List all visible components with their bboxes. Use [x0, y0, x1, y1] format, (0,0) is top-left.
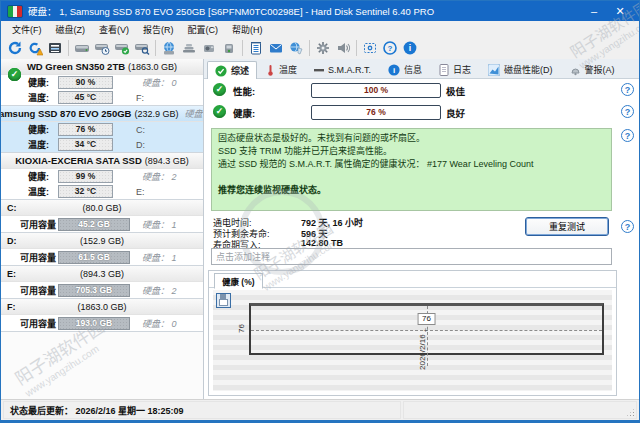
screenshot-icon[interactable] [360, 39, 380, 57]
drive-check-icon[interactable] [112, 39, 132, 57]
chart-xtick-date: 2026/2/16 [418, 334, 427, 370]
help-health-icon[interactable]: ? [621, 105, 634, 118]
check-icon [215, 65, 227, 77]
svg-text:i: i [409, 43, 411, 53]
disk-number: 硬盘： 1 [142, 218, 177, 231]
disk-number: 硬盘： 2 [142, 284, 177, 297]
help-icon[interactable]: ? [380, 39, 400, 57]
tab-information[interactable]: i信息 [380, 60, 430, 78]
health-bar: 90 % [58, 76, 113, 89]
email-icon[interactable] [266, 39, 286, 57]
disk-stack-icon[interactable] [179, 39, 199, 57]
disk-surface-icon[interactable] [45, 39, 65, 57]
menu-disk[interactable]: 磁盘(Z) [49, 23, 93, 36]
performance-ok-icon: ✓ [213, 83, 226, 96]
drive-icon[interactable] [72, 39, 92, 57]
partition-item-c[interactable]: C:(80.0 GB) 可用容量 45.2 GB 硬盘： 1 [1, 200, 203, 233]
app-window: 硬盘： 1, Samsung SSD 870 EVO 250GB [S6PFNM… [0, 0, 640, 423]
help-retest-icon[interactable]: ? [621, 220, 634, 233]
save-chart-icon[interactable] [216, 293, 231, 308]
temp-bar: 34 °C [58, 138, 113, 151]
help-performance-icon[interactable]: ? [621, 83, 634, 96]
performance-rating: 极佳 [446, 84, 465, 98]
stat-value: 142.80 TB [301, 238, 343, 248]
help-status-icon[interactable]: ? [621, 129, 634, 142]
retest-button[interactable]: 重复测试 [525, 217, 609, 236]
chart-tab-line [209, 287, 616, 288]
toolbar-separator [68, 40, 69, 56]
close-button[interactable]: ✕ [607, 5, 633, 18]
toolbar-separator [356, 40, 357, 56]
status-line [218, 171, 605, 184]
disk-number: 硬盘： 1 [142, 251, 177, 264]
detail-panel: 综述 温度 S.M.A.R.T. i信息 日志 磁盘性能(D) 警报(A) ✓ … [204, 59, 639, 399]
info-circle-icon: i [388, 64, 400, 76]
drive-letter: C: [136, 125, 145, 135]
usb-device-icon[interactable] [219, 39, 239, 57]
menu-report[interactable]: 报告(R) [136, 23, 181, 36]
menu-help[interactable]: 帮助(H) [225, 23, 270, 36]
disk-ok-icon: ✓ [8, 68, 21, 81]
tab-temperature[interactable]: 温度 [258, 60, 305, 78]
info-icon[interactable]: i [400, 39, 420, 57]
menu-file[interactable]: 文件(F) [5, 23, 49, 36]
report-icon[interactable] [246, 39, 266, 57]
comment-input[interactable]: 点击添加注释 [211, 248, 612, 265]
menu-view[interactable]: 查看(V) [92, 23, 136, 36]
toolbar-separator [242, 40, 243, 56]
tab-smart[interactable]: S.M.A.R.T. [306, 60, 379, 78]
partition-item-e[interactable]: E:(894.3 GB) 可用容量 705.3 GB 硬盘： 2 [1, 266, 203, 299]
disk-name: Samsung SSD 870 EVO 250GB [1, 108, 131, 119]
refresh-icon[interactable] [5, 39, 25, 57]
chart-icon [488, 64, 500, 76]
refresh-warning-icon[interactable] [25, 39, 45, 57]
chart-tab-health[interactable]: 健康 (%) [214, 273, 263, 289]
free-space-label: 可用容量 [20, 218, 56, 231]
disk-number: 硬盘： 0 [142, 76, 177, 89]
partition-size: (894.3 GB) [1, 269, 203, 279]
partition-item-f[interactable]: F:(1863.0 GB) 可用容量 193.0 GB 硬盘： 0 [1, 299, 203, 332]
performance-label: 性能: [233, 84, 255, 98]
drive-letter: F: [136, 93, 144, 103]
tab-log[interactable]: 日志 [431, 60, 479, 78]
network-status-icon[interactable] [286, 39, 306, 57]
settings-icon[interactable] [313, 39, 333, 57]
status-last-update: 状态最后更新： 2026/2/16 星期一 18:25:09 [3, 401, 401, 419]
status-line-recommend: 推荐您连续监视硬盘状态。 [218, 184, 605, 197]
health-row: ✓ 健康: 76 % 良好 ? [204, 105, 639, 121]
health-rating: 良好 [446, 106, 465, 120]
disk-size: (894.3 GB) [145, 156, 189, 166]
disk-size: (232.9 GB) [134, 109, 178, 119]
health-label: 健康: [28, 170, 49, 183]
minimize-button[interactable]: – [581, 5, 607, 17]
thermometer-icon [266, 64, 275, 76]
drive-clock-icon[interactable] [92, 39, 112, 57]
globe-drive-icon[interactable] [159, 39, 179, 57]
window-title: 硬盘： 1, Samsung SSD 870 EVO 250GB [S6PFNM… [28, 4, 581, 18]
disk-item-samsung[interactable]: Samsung SSD 870 EVO 250GB (232.9 GB) 硬盘：… [1, 106, 203, 153]
partition-item-d[interactable]: D:(152.9 GB) 可用容量 61.5 GB 硬盘： 1 [1, 233, 203, 266]
drive-search-icon[interactable] [132, 39, 152, 57]
capacity-bar: 45.2 GB [58, 218, 130, 231]
health-bar: 99 % [58, 170, 113, 183]
tab-overview[interactable]: 综述 [207, 61, 257, 79]
status-text-box: 固态硬盘状态是极好的。未找到有问题的或坏扇区。 SSD 支持 TRIM 功能并已… [211, 128, 612, 211]
resize-grip[interactable] [626, 408, 635, 417]
health-label: 健康: [28, 76, 49, 89]
disk-number: 硬盘： 0 [142, 317, 177, 330]
disk-item-kioxia[interactable]: KIOXIA-EXCERIA SATA SSD (894.3 GB) ✓ 健康:… [1, 153, 203, 200]
sounds-icon[interactable] [333, 39, 353, 57]
tab-performance[interactable]: 磁盘性能(D) [480, 60, 561, 78]
window-bottom-edge [1, 420, 639, 422]
temp-label: 温度: [28, 138, 49, 151]
menu-config[interactable]: 配置(C) [181, 23, 226, 36]
disk-item-wd[interactable]: WD Green SN350 2TB (1863.0 GB) ✓ 健康: 90 … [1, 59, 203, 106]
tab-strip: 综述 温度 S.M.A.R.T. i信息 日志 磁盘性能(D) 警报(A) [204, 59, 639, 79]
hardware-device-icon[interactable] [199, 39, 219, 57]
capacity-bar: 705.3 GB [58, 284, 130, 297]
menu-bar: 文件(F) 磁盘(Z) 查看(V) 报告(R) 配置(C) 帮助(H) [1, 21, 639, 38]
free-space-label: 可用容量 [20, 251, 56, 264]
disk-number: 硬盘： 2 [142, 170, 177, 183]
tab-alerts[interactable]: 警报(A) [562, 60, 623, 78]
status-bar: 状态最后更新： 2026/2/16 星期一 18:25:09 [1, 399, 639, 420]
